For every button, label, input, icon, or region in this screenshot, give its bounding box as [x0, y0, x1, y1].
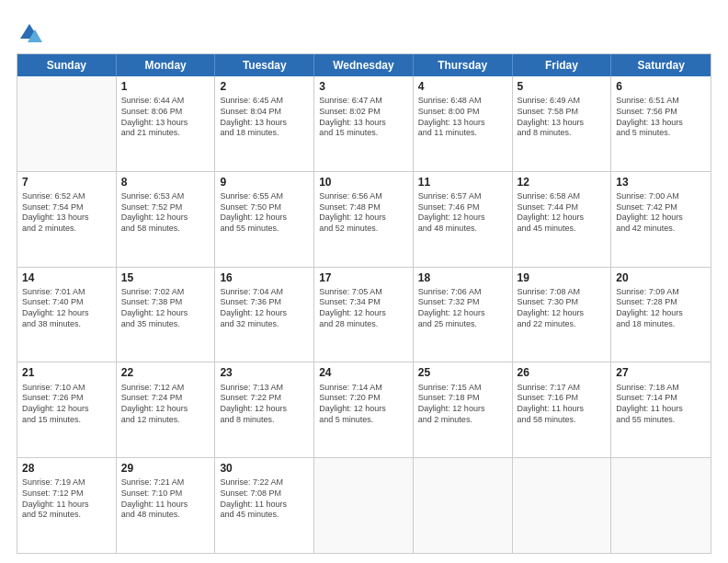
- header-day-friday: Friday: [513, 54, 612, 76]
- day-info: Sunrise: 7:05 AM Sunset: 7:34 PM Dayligh…: [319, 287, 408, 330]
- calendar-day-23: 23Sunrise: 7:13 AM Sunset: 7:22 PM Dayli…: [215, 362, 314, 457]
- header-day-wednesday: Wednesday: [314, 54, 414, 76]
- calendar-day-5: 5Sunrise: 6:49 AM Sunset: 7:58 PM Daylig…: [513, 76, 612, 171]
- day-info: Sunrise: 6:55 AM Sunset: 7:50 PM Dayligh…: [220, 191, 309, 235]
- day-number: 4: [418, 79, 507, 94]
- day-number: 1: [121, 79, 210, 94]
- day-number: 11: [418, 175, 507, 190]
- calendar-day-17: 17Sunrise: 7:05 AM Sunset: 7:34 PM Dayli…: [314, 268, 414, 362]
- day-number: 17: [319, 270, 408, 285]
- calendar-header-row: SundayMondayTuesdayWednesdayThursdayFrid…: [17, 54, 711, 76]
- day-info: Sunrise: 6:45 AM Sunset: 8:04 PM Dayligh…: [220, 96, 309, 139]
- day-info: Sunrise: 7:22 AM Sunset: 7:08 PM Dayligh…: [220, 477, 309, 521]
- day-info: Sunrise: 7:02 AM Sunset: 7:38 PM Dayligh…: [121, 287, 210, 330]
- header-day-sunday: Sunday: [17, 54, 117, 76]
- calendar-week-1: 1Sunrise: 6:44 AM Sunset: 8:06 PM Daylig…: [17, 76, 711, 171]
- day-info: Sunrise: 7:12 AM Sunset: 7:24 PM Dayligh…: [121, 383, 210, 426]
- day-number: 16: [220, 270, 309, 285]
- calendar-day-20: 20Sunrise: 7:09 AM Sunset: 7:28 PM Dayli…: [611, 268, 711, 362]
- day-number: 26: [518, 365, 607, 380]
- day-info: Sunrise: 6:51 AM Sunset: 7:56 PM Dayligh…: [616, 96, 706, 139]
- calendar-day-13: 13Sunrise: 7:00 AM Sunset: 7:42 PM Dayli…: [611, 172, 711, 267]
- calendar-day-6: 6Sunrise: 6:51 AM Sunset: 7:56 PM Daylig…: [611, 76, 711, 171]
- header-day-saturday: Saturday: [611, 54, 711, 76]
- day-info: Sunrise: 6:44 AM Sunset: 8:06 PM Dayligh…: [121, 96, 210, 139]
- day-info: Sunrise: 6:49 AM Sunset: 7:58 PM Dayligh…: [518, 96, 607, 139]
- calendar-day-21: 21Sunrise: 7:10 AM Sunset: 7:26 PM Dayli…: [17, 362, 117, 457]
- calendar-day-empty: [17, 76, 117, 171]
- day-number: 29: [121, 461, 210, 476]
- day-info: Sunrise: 7:15 AM Sunset: 7:18 PM Dayligh…: [418, 383, 507, 426]
- calendar-day-empty: [513, 458, 612, 553]
- calendar-day-2: 2Sunrise: 6:45 AM Sunset: 8:04 PM Daylig…: [215, 76, 314, 171]
- day-number: 15: [121, 270, 210, 285]
- logo-icon: [17, 20, 42, 46]
- calendar-day-11: 11Sunrise: 6:57 AM Sunset: 7:46 PM Dayli…: [414, 172, 513, 267]
- day-info: Sunrise: 6:56 AM Sunset: 7:48 PM Dayligh…: [319, 191, 408, 235]
- calendar-day-30: 30Sunrise: 7:22 AM Sunset: 7:08 PM Dayli…: [215, 458, 314, 553]
- calendar-day-empty: [611, 458, 711, 553]
- calendar-day-25: 25Sunrise: 7:15 AM Sunset: 7:18 PM Dayli…: [414, 362, 513, 457]
- calendar-day-29: 29Sunrise: 7:21 AM Sunset: 7:10 PM Dayli…: [117, 458, 216, 553]
- day-number: 19: [518, 270, 607, 285]
- calendar-day-19: 19Sunrise: 7:08 AM Sunset: 7:30 PM Dayli…: [513, 268, 612, 362]
- day-info: Sunrise: 6:52 AM Sunset: 7:54 PM Dayligh…: [22, 191, 111, 235]
- day-number: 22: [121, 365, 210, 380]
- day-number: 12: [518, 175, 607, 190]
- header-day-tuesday: Tuesday: [215, 54, 314, 76]
- day-number: 28: [22, 461, 111, 476]
- day-number: 14: [22, 270, 111, 285]
- day-number: 9: [220, 175, 309, 190]
- day-number: 25: [418, 365, 507, 380]
- day-info: Sunrise: 7:06 AM Sunset: 7:32 PM Dayligh…: [418, 287, 507, 330]
- calendar-day-14: 14Sunrise: 7:01 AM Sunset: 7:40 PM Dayli…: [17, 268, 117, 362]
- day-info: Sunrise: 6:57 AM Sunset: 7:46 PM Dayligh…: [418, 191, 507, 235]
- calendar-day-3: 3Sunrise: 6:47 AM Sunset: 8:02 PM Daylig…: [314, 76, 414, 171]
- calendar-body: 1Sunrise: 6:44 AM Sunset: 8:06 PM Daylig…: [17, 76, 711, 553]
- day-number: 3: [319, 79, 408, 94]
- header: [17, 17, 711, 46]
- calendar-week-4: 21Sunrise: 7:10 AM Sunset: 7:26 PM Dayli…: [17, 362, 711, 457]
- calendar-day-empty: [414, 458, 513, 553]
- day-info: Sunrise: 7:17 AM Sunset: 7:16 PM Dayligh…: [518, 383, 607, 426]
- day-number: 2: [220, 79, 309, 94]
- day-number: 18: [418, 270, 507, 285]
- calendar-day-10: 10Sunrise: 6:56 AM Sunset: 7:48 PM Dayli…: [314, 172, 414, 267]
- day-info: Sunrise: 6:58 AM Sunset: 7:44 PM Dayligh…: [518, 191, 607, 235]
- day-info: Sunrise: 7:14 AM Sunset: 7:20 PM Dayligh…: [319, 383, 408, 426]
- calendar-day-24: 24Sunrise: 7:14 AM Sunset: 7:20 PM Dayli…: [314, 362, 414, 457]
- calendar-day-8: 8Sunrise: 6:53 AM Sunset: 7:52 PM Daylig…: [117, 172, 216, 267]
- day-number: 23: [220, 365, 309, 380]
- calendar-week-5: 28Sunrise: 7:19 AM Sunset: 7:12 PM Dayli…: [17, 457, 711, 553]
- day-info: Sunrise: 7:09 AM Sunset: 7:28 PM Dayligh…: [616, 287, 706, 330]
- day-info: Sunrise: 7:19 AM Sunset: 7:12 PM Dayligh…: [22, 477, 111, 521]
- day-info: Sunrise: 7:00 AM Sunset: 7:42 PM Dayligh…: [616, 191, 706, 235]
- day-info: Sunrise: 7:04 AM Sunset: 7:36 PM Dayligh…: [220, 287, 309, 330]
- day-number: 6: [616, 79, 706, 94]
- day-number: 13: [616, 175, 706, 190]
- calendar-day-27: 27Sunrise: 7:18 AM Sunset: 7:14 PM Dayli…: [611, 362, 711, 457]
- day-number: 20: [616, 270, 706, 285]
- calendar-day-empty: [314, 458, 414, 553]
- page: SundayMondayTuesdayWednesdayThursdayFrid…: [0, 0, 728, 563]
- day-info: Sunrise: 6:53 AM Sunset: 7:52 PM Dayligh…: [121, 191, 210, 235]
- day-number: 10: [319, 175, 408, 190]
- calendar-day-16: 16Sunrise: 7:04 AM Sunset: 7:36 PM Dayli…: [215, 268, 314, 362]
- day-info: Sunrise: 7:13 AM Sunset: 7:22 PM Dayligh…: [220, 383, 309, 426]
- calendar-day-1: 1Sunrise: 6:44 AM Sunset: 8:06 PM Daylig…: [117, 76, 216, 171]
- day-info: Sunrise: 6:48 AM Sunset: 8:00 PM Dayligh…: [418, 96, 507, 139]
- day-info: Sunrise: 7:08 AM Sunset: 7:30 PM Dayligh…: [518, 287, 607, 330]
- day-number: 5: [518, 79, 607, 94]
- logo: [17, 20, 46, 46]
- day-number: 21: [22, 365, 111, 380]
- calendar-day-9: 9Sunrise: 6:55 AM Sunset: 7:50 PM Daylig…: [215, 172, 314, 267]
- header-day-monday: Monday: [117, 54, 216, 76]
- day-number: 8: [121, 175, 210, 190]
- calendar: SundayMondayTuesdayWednesdayThursdayFrid…: [17, 53, 711, 554]
- calendar-week-2: 7Sunrise: 6:52 AM Sunset: 7:54 PM Daylig…: [17, 171, 711, 267]
- calendar-week-3: 14Sunrise: 7:01 AM Sunset: 7:40 PM Dayli…: [17, 267, 711, 362]
- calendar-day-28: 28Sunrise: 7:19 AM Sunset: 7:12 PM Dayli…: [17, 458, 117, 553]
- calendar-day-15: 15Sunrise: 7:02 AM Sunset: 7:38 PM Dayli…: [117, 268, 216, 362]
- calendar-day-7: 7Sunrise: 6:52 AM Sunset: 7:54 PM Daylig…: [17, 172, 117, 267]
- header-day-thursday: Thursday: [414, 54, 513, 76]
